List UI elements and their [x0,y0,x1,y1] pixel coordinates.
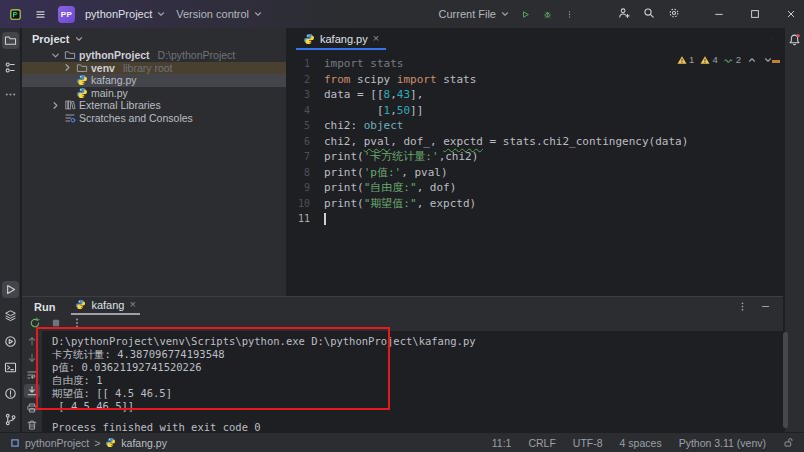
down-stacktrace-button[interactable] [24,351,40,365]
line-number[interactable]: 1 [288,58,310,69]
editor-tabbar: kafang.py × [288,28,783,50]
rerun-button[interactable] [29,317,41,331]
run-more-options-icon[interactable] [71,317,83,331]
status-widgets: 11:1CRLFUTF-84 spacesPython 3.11 (venv) [492,437,766,449]
stop-icon [50,317,62,329]
console-scrollbar[interactable] [783,332,788,428]
structure-tool-button[interactable] [2,59,19,76]
tree-item-venv[interactable]: venvlibrary root [22,62,286,75]
line-number[interactable]: 4 [288,105,310,116]
up-stacktrace-button[interactable] [24,334,40,348]
services-tool-button[interactable] [2,307,19,324]
version-control-tool-button[interactable] [2,411,19,428]
run-tool-button[interactable] [2,281,19,298]
python-file-icon [303,33,315,45]
search-button[interactable] [643,7,655,21]
tree-item-pythonproject[interactable]: pythonProjectD:\pythonProject [22,49,286,62]
clear-console-button[interactable] [24,418,40,432]
python-file-icon [75,299,86,310]
maximize-button[interactable] [742,0,768,28]
soft-wrap-button[interactable] [24,368,40,382]
project-menu-button[interactable]: pythonProject [85,8,166,20]
status-widget-4-spaces[interactable]: 4 spaces [620,437,662,449]
minimize-button[interactable] [706,0,732,28]
main-menu-icon[interactable] [33,7,48,22]
code-line-5[interactable]: 5chi2: object [288,118,783,134]
more-tools-button[interactable] [2,86,19,103]
tree-item-main-py[interactable]: main.py [22,87,286,100]
settings-button[interactable] [668,7,680,21]
tree-item-external-libraries[interactable]: External Libraries [22,99,286,112]
run-tab-kafang[interactable]: kafang × [71,299,139,315]
line-number[interactable]: 7 [288,151,310,162]
status-widget-crlf[interactable]: CRLF [528,437,555,449]
status-widget-11-1[interactable]: 11:1 [492,437,512,449]
print-icon [26,402,38,414]
run-panel-options-icon[interactable] [737,301,748,312]
code-line-4[interactable]: 4 [1,50]] [288,103,783,119]
print-console-button[interactable] [24,401,40,415]
line-number[interactable]: 6 [288,136,310,147]
add-user-button[interactable] [618,7,630,21]
chevron-right-icon[interactable] [50,100,61,111]
run-button[interactable] [519,8,532,21]
close-button[interactable] [778,0,804,28]
console-line-4: 自由度: 1 [52,374,773,387]
project-panel-header[interactable]: Project [22,28,286,46]
run-config-selector[interactable]: Current File [439,8,510,20]
console-output[interactable]: D:\pythonProject\venv\Scripts\python.exe… [42,331,783,432]
code-line-2[interactable]: 2from scipy import stats [288,72,783,88]
code-line-11[interactable]: 11 [288,211,783,227]
version-control-button[interactable]: Version control [176,8,263,20]
notifications-bell-icon[interactable] [788,33,801,46]
tree-item-label: Scratches and Consoles [79,112,193,124]
editor-options-icon[interactable] [771,33,783,45]
problems-tool-button[interactable] [2,385,19,402]
code-text: print("期望值:", expctd) [324,196,476,211]
code-text: chi2, pval, dof_, expctd = stats.chi2_co… [324,135,688,148]
tab-close-icon[interactable]: × [373,33,379,44]
tree-item-label: External Libraries [79,99,161,111]
unlock-icon[interactable] [783,437,794,448]
chevron-right-icon[interactable] [62,62,73,73]
line-number[interactable]: 2 [288,74,310,85]
tree-item-scratches-and-consoles[interactable]: Scratches and Consoles [22,112,286,125]
line-number[interactable]: 5 [288,120,310,131]
code-area[interactable]: 1import stats2from scipy import stats3da… [288,50,783,227]
run-panel: Run kafang × D:\pythonProject\venv\Scrip… [22,296,783,432]
code-line-7[interactable]: 7print('卡方统计量:',chi2) [288,149,783,165]
chevron-down-icon[interactable] [50,50,61,61]
terminal-tool-button[interactable] [2,359,19,376]
line-number[interactable]: 8 [288,167,310,178]
debug-button[interactable] [541,8,554,21]
status-widget-utf-8[interactable]: UTF-8 [573,437,603,449]
status-widget-python-3.11-venv-[interactable]: Python 3.11 (venv) [679,437,766,449]
breadcrumb-project[interactable]: pythonProject [25,437,89,449]
scroll-to-end-button[interactable] [24,384,40,398]
stop-button[interactable] [50,317,62,331]
code-line-3[interactable]: 3data = [[8,43], [288,87,783,103]
code-text: print('p值:', pval) [324,165,448,180]
project-badge: PP [58,6,75,23]
code-line-8[interactable]: 8print('p值:', pval) [288,165,783,181]
tree-item-kafang-py[interactable]: kafang.py [22,74,286,87]
project-tool-button[interactable] [2,32,19,49]
line-number[interactable]: 11 [288,213,310,224]
tab-kafang-py[interactable]: kafang.py × [296,28,386,50]
hide-panel-icon[interactable] [760,301,771,312]
code-line-1[interactable]: 1import stats [288,56,783,72]
python-console-tool-button[interactable] [2,333,19,350]
code-line-9[interactable]: 9print("自由度:", dof) [288,180,783,196]
code-line-10[interactable]: 10print("期望值:", expctd) [288,196,783,212]
more-actions-icon[interactable] [563,8,576,21]
project-panel: Project pythonProjectD:\pythonProjectven… [22,28,287,296]
run-tab-close-icon[interactable]: × [129,299,135,310]
line-number[interactable]: 10 [288,198,310,209]
titlebar-tools [618,7,680,21]
status-right: 11:1CRLFUTF-84 spacesPython 3.11 (venv) [492,437,794,449]
line-number[interactable]: 9 [288,182,310,193]
scratches-icon [64,112,76,124]
code-line-6[interactable]: 6chi2, pval, dof_, expctd = stats.chi2_c… [288,134,783,150]
breadcrumb-file[interactable]: kafang.py [121,437,167,449]
line-number[interactable]: 3 [288,89,310,100]
